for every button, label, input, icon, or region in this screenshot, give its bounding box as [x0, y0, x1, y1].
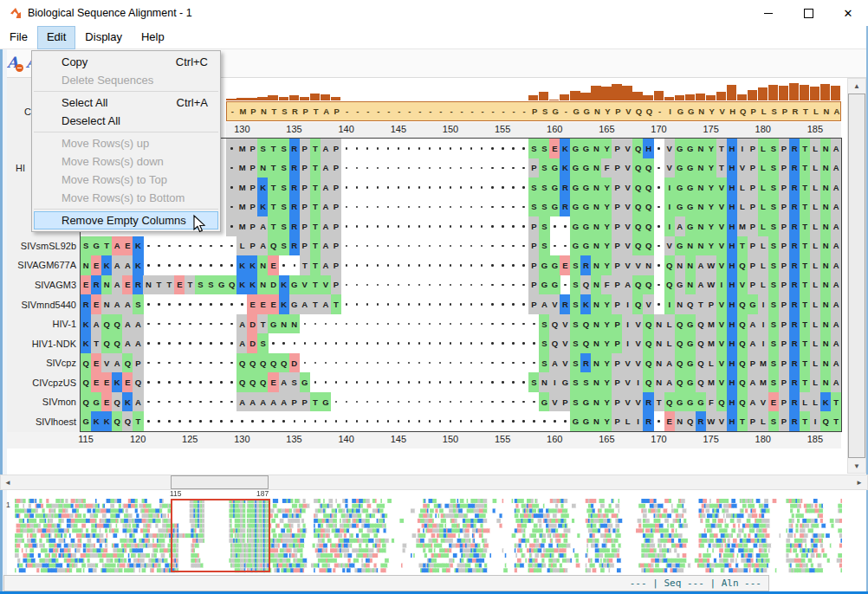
seq-cell[interactable]: W — [706, 411, 716, 431]
seq-cell[interactable] — [143, 236, 153, 256]
seq-cell[interactable]: N — [675, 294, 685, 314]
seq-cell[interactable] — [497, 294, 508, 314]
seq-cell[interactable] — [476, 236, 487, 256]
seq-cell[interactable]: Q — [632, 216, 643, 236]
seq-cell[interactable]: A — [664, 353, 675, 373]
seq-cell[interactable]: I — [622, 314, 632, 334]
seq-cell[interactable]: Q — [122, 411, 133, 431]
seq-cell[interactable] — [195, 294, 205, 314]
seq-cell[interactable]: E — [91, 294, 101, 314]
seq-cell[interactable] — [362, 255, 372, 275]
seq-cell[interactable] — [445, 294, 456, 314]
seq-cell[interactable]: Q — [257, 353, 268, 373]
seq-cell[interactable]: V — [622, 236, 632, 256]
seq-cell[interactable] — [341, 372, 352, 392]
seq-cell[interactable] — [424, 236, 435, 256]
seq-cell[interactable]: S — [570, 294, 580, 314]
seq-cell[interactable] — [352, 372, 362, 392]
seq-cell[interactable]: A — [112, 255, 122, 275]
seq-cell[interactable] — [195, 314, 205, 334]
seq-cell[interactable]: S — [539, 333, 549, 353]
seq-cell[interactable] — [341, 275, 352, 295]
seq-cell[interactable] — [352, 333, 362, 353]
seq-cell[interactable] — [300, 353, 310, 373]
seq-cell[interactable]: T — [133, 411, 143, 431]
seq-cell[interactable] — [195, 372, 205, 392]
seq-cell[interactable]: T — [310, 178, 321, 197]
seq-cell[interactable] — [466, 294, 476, 314]
seq-cell[interactable]: T — [654, 392, 664, 412]
seq-cell[interactable]: K — [236, 275, 247, 295]
seq-cell[interactable]: E — [81, 275, 91, 295]
seq-cell[interactable]: N — [289, 314, 300, 334]
seq-cell[interactable] — [383, 294, 393, 314]
seq-cell[interactable] — [404, 158, 414, 178]
seq-cell[interactable] — [185, 236, 195, 256]
seq-cell[interactable]: R — [789, 178, 800, 197]
seq-cell[interactable] — [205, 372, 216, 392]
seq-cell[interactable]: N — [696, 236, 706, 256]
seq-cell[interactable]: N — [820, 158, 831, 178]
seq-cell[interactable]: A — [257, 392, 268, 412]
seq-cell[interactable]: K — [122, 392, 133, 412]
seq-cell[interactable] — [518, 197, 528, 217]
seq-cell[interactable]: S — [768, 294, 779, 314]
seq-cell[interactable]: Q — [643, 178, 653, 197]
seq-cell[interactable]: P — [300, 216, 310, 236]
seq-cell[interactable]: M — [236, 197, 247, 217]
seq-cell[interactable]: D — [247, 333, 257, 353]
seq-cell[interactable]: P — [612, 178, 622, 197]
seq-cell[interactable]: Y — [706, 197, 716, 217]
seq-cell[interactable]: N — [820, 294, 831, 314]
seq-cell[interactable] — [518, 353, 528, 373]
seq-cell[interactable]: N — [696, 178, 706, 197]
seq-cell[interactable] — [393, 411, 404, 431]
seq-cell[interactable]: E — [768, 392, 779, 412]
seq-cell[interactable]: Q — [737, 392, 748, 412]
seq-cell[interactable]: T — [310, 275, 321, 295]
seq-cell[interactable] — [456, 411, 466, 431]
seq-cell[interactable] — [153, 255, 164, 275]
seq-cell[interactable] — [321, 372, 331, 392]
seq-cell[interactable]: A — [133, 392, 143, 412]
seq-cell[interactable]: A — [831, 314, 841, 334]
seq-cell[interactable]: V — [632, 333, 643, 353]
seq-cell[interactable] — [352, 158, 362, 178]
seq-cell[interactable] — [435, 178, 445, 197]
seq-cell[interactable] — [456, 372, 466, 392]
seq-cell[interactable] — [393, 216, 404, 236]
seq-cell[interactable] — [393, 197, 404, 217]
seq-cell[interactable]: L — [810, 255, 820, 275]
seq-cell[interactable]: L — [758, 139, 768, 158]
seq-cell[interactable]: S — [768, 216, 779, 236]
seq-cell[interactable]: R — [643, 392, 653, 412]
seq-cell[interactable]: A — [831, 216, 841, 236]
seq-cell[interactable]: L — [758, 216, 768, 236]
seq-cell[interactable]: M — [236, 139, 247, 158]
seq-cell[interactable]: Q — [685, 294, 696, 314]
seq-cell[interactable]: G — [91, 392, 101, 412]
seq-cell[interactable] — [341, 139, 352, 158]
seq-cell[interactable]: I — [664, 294, 675, 314]
seq-cell[interactable] — [174, 411, 185, 431]
seq-cell[interactable]: R — [789, 333, 800, 353]
seq-cell[interactable]: L — [810, 139, 820, 158]
seq-cell[interactable] — [456, 197, 466, 217]
seq-cell[interactable] — [257, 411, 268, 431]
seq-cell[interactable] — [414, 294, 424, 314]
seq-cell[interactable] — [654, 216, 664, 236]
seq-cell[interactable]: G — [685, 216, 696, 236]
seq-cell[interactable] — [424, 178, 435, 197]
seq-cell[interactable]: S — [133, 294, 143, 314]
seq-cell[interactable] — [383, 236, 393, 256]
seq-cell[interactable]: G — [675, 139, 685, 158]
seq-cell[interactable] — [393, 294, 404, 314]
seq-cell[interactable]: L — [706, 353, 716, 373]
seq-cell[interactable]: R — [789, 294, 800, 314]
seq-cell[interactable] — [528, 314, 539, 334]
seq-cell[interactable]: G — [685, 314, 696, 334]
seq-cell[interactable]: T — [716, 158, 727, 178]
seq-cell[interactable]: K — [257, 178, 268, 197]
seq-cell[interactable]: N — [675, 255, 685, 275]
seq-cell[interactable]: P — [300, 236, 310, 256]
